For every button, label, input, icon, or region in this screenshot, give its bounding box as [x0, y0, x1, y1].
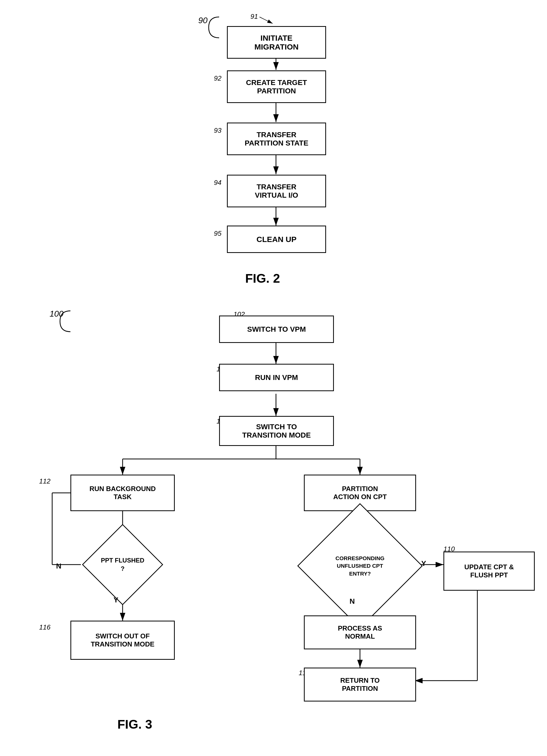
run-in-vpm-box: RUN IN VPM	[219, 364, 334, 391]
fig3-title: FIG. 3	[117, 717, 152, 731]
switch-to-vpm-label: SWITCH TO VPM	[247, 325, 306, 334]
transfer-partition-state-label: TRANSFER PARTITION STATE	[245, 131, 308, 147]
ppt-flushed-diamond: PPT FLUSHED ?	[81, 537, 164, 592]
process-as-normal-box: PROCESS AS NORMAL	[304, 615, 416, 649]
unflushed-cpt-text: CORRESPONDING UNFLUSHED CPT ENTRY?	[335, 554, 384, 578]
ref-95: 95	[214, 229, 221, 238]
ref-112: 112	[39, 477, 50, 485]
create-target-partition-box: CREATE TARGET PARTITION	[227, 70, 326, 103]
ref-91: 91	[250, 13, 258, 21]
switch-to-transition-box: SWITCH TO TRANSITION MODE	[219, 416, 334, 446]
ref-116: 116	[39, 623, 50, 631]
update-cpt-box: UPDATE CPT & FLUSH PPT	[443, 552, 535, 591]
ppt-flushed-n-label: N	[56, 562, 61, 570]
clean-up-box: CLEAN UP	[227, 226, 326, 253]
return-to-partition-box: RETURN TO PARTITION	[304, 668, 416, 701]
partition-action-label: PARTITION ACTION ON CPT	[333, 485, 387, 501]
unflushed-n-label: N	[350, 597, 355, 606]
transfer-virtual-io-label: TRANSFER VIRTUAL I/O	[255, 183, 298, 199]
svg-line-23	[260, 17, 273, 23]
initiate-migration-label: INITIATE MIGRATION	[254, 34, 298, 51]
switch-to-vpm-box: SWITCH TO VPM	[219, 316, 334, 343]
ref-94: 94	[214, 179, 221, 187]
ppt-flushed-text: PPT FLUSHED ?	[101, 556, 145, 573]
run-background-task-box: RUN BACKGROUND TASK	[70, 475, 175, 511]
unflushed-cpt-diamond: CORRESPONDING UNFLUSHED CPT ENTRY?	[300, 537, 420, 595]
unflushed-y-label: Y	[421, 559, 426, 568]
switch-out-label: SWITCH OUT OF TRANSITION MODE	[91, 632, 154, 648]
update-cpt-label: UPDATE CPT & FLUSH PPT	[464, 563, 514, 579]
run-in-vpm-label: RUN IN VPM	[255, 373, 298, 382]
transfer-virtual-io-box: TRANSFER VIRTUAL I/O	[227, 175, 326, 207]
return-to-partition-label: RETURN TO PARTITION	[340, 676, 380, 693]
fig2-title: FIG. 2	[245, 271, 280, 286]
switch-to-transition-label: SWITCH TO TRANSITION MODE	[242, 423, 311, 439]
ref-92: 92	[214, 74, 221, 82]
page: 90 91 INITIATE MIGRATION 92 CREATE TARGE…	[0, 0, 547, 756]
initiate-migration-box: INITIATE MIGRATION	[227, 26, 326, 59]
run-background-task-label: RUN BACKGROUND TASK	[89, 485, 156, 501]
process-as-normal-label: PROCESS AS NORMAL	[338, 624, 382, 640]
switch-out-box: SWITCH OUT OF TRANSITION MODE	[70, 621, 175, 660]
create-target-partition-label: CREATE TARGET PARTITION	[246, 78, 307, 95]
ppt-flushed-y-label: Y	[113, 596, 118, 604]
bracket-90	[203, 14, 224, 46]
transfer-partition-state-box: TRANSFER PARTITION STATE	[227, 123, 326, 155]
clean-up-label: CLEAN UP	[256, 235, 296, 244]
ref-93: 93	[214, 126, 221, 135]
